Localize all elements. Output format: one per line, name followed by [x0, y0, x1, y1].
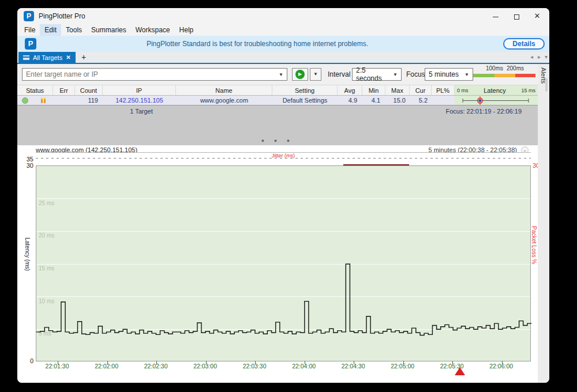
jitter-strip: Jitter (ms): [36, 152, 531, 165]
menu-bar: File Edit Tools Summaries Workspace Help: [17, 24, 549, 36]
menu-tools[interactable]: Tools: [61, 24, 87, 36]
notification-bar: P PingPlotter Standard is best for troub…: [17, 36, 549, 52]
x-tick-label: 22:05:30: [440, 363, 464, 370]
col-pl[interactable]: PL%: [432, 85, 455, 95]
setting-cell[interactable]: Default Settings: [272, 96, 338, 105]
close-button[interactable]: ✕: [527, 8, 547, 24]
scale-red-segment: [515, 74, 535, 77]
details-button[interactable]: Details: [503, 38, 545, 50]
title-bar: P PingPlotter Pro ✕: [17, 8, 549, 24]
status-cell: [17, 96, 53, 105]
x-tick-label: 22:04:30: [342, 363, 365, 370]
tab-label: All Targets: [33, 54, 62, 61]
latency-plot[interactable]: 5 ms10 ms15 ms20 ms25 ms: [36, 165, 531, 361]
latency-axis-min-label: 0: [20, 357, 33, 364]
maximize-button[interactable]: [507, 8, 526, 24]
latency-range-indicator: [455, 96, 538, 105]
menu-file[interactable]: File: [20, 24, 40, 36]
tab-list-dropdown-icon[interactable]: ▾: [545, 54, 548, 60]
splitter-handle[interactable]: ● ● ●: [17, 138, 538, 144]
err-cell: [53, 96, 75, 105]
col-cur[interactable]: Cur: [410, 85, 432, 95]
x-tick-label: 22:06:00: [489, 363, 513, 370]
right-side-strip: Alerts: [538, 64, 549, 383]
start-button[interactable]: ▶: [292, 68, 308, 81]
latency-axis-title: Latency (ms): [24, 238, 31, 341]
chart-panel: www.google.com (142.250.151.105) 5 minut…: [17, 145, 538, 383]
x-tick-label: 22:02:00: [95, 363, 118, 370]
target-dropdown-icon[interactable]: ▼: [279, 72, 283, 77]
new-tab-button[interactable]: +: [78, 52, 89, 62]
interval-dropdown-icon: ▼: [393, 72, 398, 77]
latency-range-cell: [455, 96, 538, 105]
col-min[interactable]: Min: [362, 85, 385, 95]
menu-workspace[interactable]: Workspace: [131, 24, 175, 36]
col-status[interactable]: Status: [17, 85, 53, 95]
focus-dropdown-icon: ▼: [464, 72, 469, 77]
window-title: PingPlotter Pro: [39, 12, 85, 20]
col-ip[interactable]: IP: [103, 85, 176, 95]
menu-help[interactable]: Help: [175, 24, 198, 36]
x-tick-label: 22:03:30: [243, 363, 267, 370]
col-err[interactable]: Err: [53, 85, 75, 95]
minimize-button[interactable]: [486, 8, 505, 24]
menu-summaries[interactable]: Summaries: [87, 24, 131, 36]
avg-cell: 4.9: [338, 96, 362, 105]
x-tick-label: 22:05:00: [391, 363, 414, 370]
cur-cell: 5.2: [410, 96, 432, 105]
tab-close-icon[interactable]: ✕: [66, 54, 70, 61]
focus-range-label: Focus: 22:01:19 - 22:06:19: [446, 108, 522, 115]
app-logo-icon: P: [24, 11, 34, 21]
interval-label: Interval: [328, 70, 350, 78]
latency-axis-max-label: 30: [20, 162, 33, 169]
pl-cell: [432, 96, 455, 105]
toolbar: Enter target name or IP ▼ ▶ ▼ Interval 2…: [17, 64, 538, 85]
tab-scroll-left-icon[interactable]: ◂: [530, 54, 533, 60]
max-cell: 15.0: [385, 96, 410, 105]
col-name[interactable]: Name: [176, 85, 272, 95]
app-window: P PingPlotter Pro ✕ File Edit Tools Summ…: [17, 8, 549, 383]
latency-series: [36, 166, 531, 362]
tab-scroll-right-icon[interactable]: ▸: [538, 54, 541, 60]
summary-band: 1 Target Focus: 22:01:19 - 22:06:19 ● ● …: [17, 105, 538, 145]
start-options-dropdown[interactable]: ▼: [310, 68, 321, 81]
hamburger-icon: [23, 55, 29, 60]
targets-count: 1 Target: [104, 108, 179, 115]
count-cell: 119: [75, 96, 103, 105]
name-cell[interactable]: www.google.com: [176, 96, 272, 105]
firewall-icon: [41, 97, 46, 103]
play-icon: ▶: [295, 70, 305, 79]
col-setting[interactable]: Setting: [272, 85, 338, 95]
scale-green-segment: [473, 74, 494, 77]
jitter-label: Jitter (ms): [36, 153, 531, 159]
interval-select[interactable]: 2.5 seconds ▼: [352, 68, 402, 81]
scale-yellow-segment: [494, 74, 515, 77]
table-header: Status Err Count IP Name Setting Avg Min…: [17, 85, 538, 96]
status-ok-icon: [22, 97, 28, 104]
packetloss-axis-title: Packet Loss %: [531, 226, 537, 330]
tab-bar: All Targets ✕ + ◂ ▸ ▾: [17, 52, 549, 63]
tab-all-targets[interactable]: All Targets ✕: [18, 52, 76, 63]
target-input[interactable]: Enter target name or IP ▼: [22, 68, 287, 81]
notification-message: PingPlotter Standard is best for trouble…: [17, 40, 497, 48]
menu-edit[interactable]: Edit: [40, 24, 61, 36]
strip-scrollbar-thumb[interactable]: [545, 78, 548, 92]
x-tick-label: 22:02:30: [144, 363, 168, 370]
col-latency[interactable]: 0 ms Latency 15 ms: [455, 85, 538, 95]
x-tick-label: 22:03:00: [193, 363, 217, 370]
x-tick-label: 22:04:00: [292, 363, 316, 370]
latency-scale-bar: [473, 74, 535, 77]
min-cell: 4.1: [362, 96, 385, 105]
col-avg[interactable]: Avg: [338, 85, 362, 95]
col-count[interactable]: Count: [75, 85, 103, 95]
focus-select[interactable]: 5 minutes ▼: [425, 68, 473, 81]
focus-label: Focus: [406, 70, 425, 78]
col-max[interactable]: Max: [385, 85, 410, 95]
x-tick-label: 22:01:30: [46, 363, 69, 370]
table-row[interactable]: 119 142.250.151.105 www.google.com Defau…: [17, 96, 538, 105]
ip-cell[interactable]: 142.250.151.105: [103, 96, 176, 105]
